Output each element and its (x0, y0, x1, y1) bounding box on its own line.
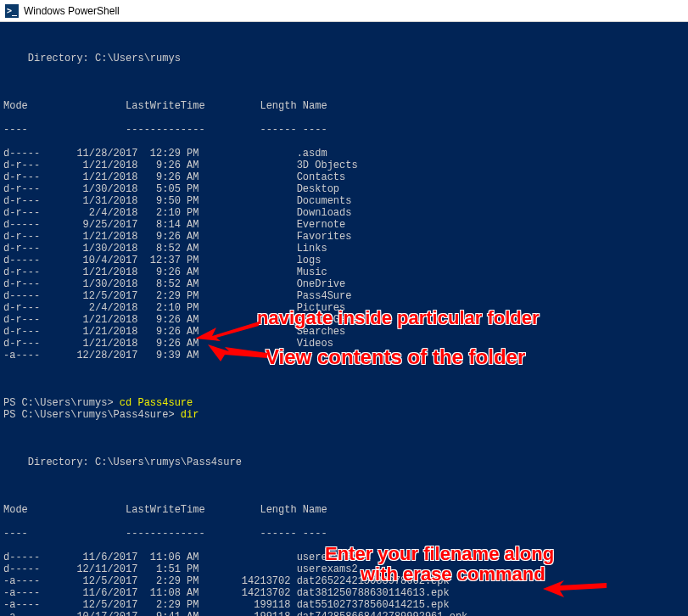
column-headers: Mode LastWriteTime Length Name (3, 100, 685, 112)
terminal-output[interactable]: Directory: C:\Users\rumys Mode LastWrite… (0, 22, 688, 616)
directory-listing-1: d----- 11/28/2017 12:29 PM .asdm d-r--- … (3, 148, 685, 361)
directory-listing-2: d----- 11/6/2017 11:06 AM userexams1 d--… (3, 552, 685, 616)
cmd-dir: dir (181, 409, 199, 421)
column-underline-2: ---- ------------- ------ ---- (3, 528, 685, 540)
directory-header-2: Directory: C:\Users\rumys\Pass4sure (3, 456, 685, 468)
window-title: Windows PowerShell (24, 5, 120, 17)
directory-header: Directory: C:\Users\rumys (3, 53, 685, 64)
powershell-icon: >_ (5, 4, 19, 18)
column-headers-2: Mode LastWriteTime Length Name (3, 504, 685, 516)
prompt-line-2: PS C:\Users\rumys\Pass4sure> dir (3, 409, 199, 421)
titlebar[interactable]: >_ Windows PowerShell (0, 0, 688, 22)
prompt-line-1: PS C:\Users\rumys> cd Pass4sure (3, 397, 193, 409)
column-underline: ---- ------------- ------ ---- (3, 124, 685, 136)
cmd-cd: cd Pass4sure (120, 397, 193, 409)
